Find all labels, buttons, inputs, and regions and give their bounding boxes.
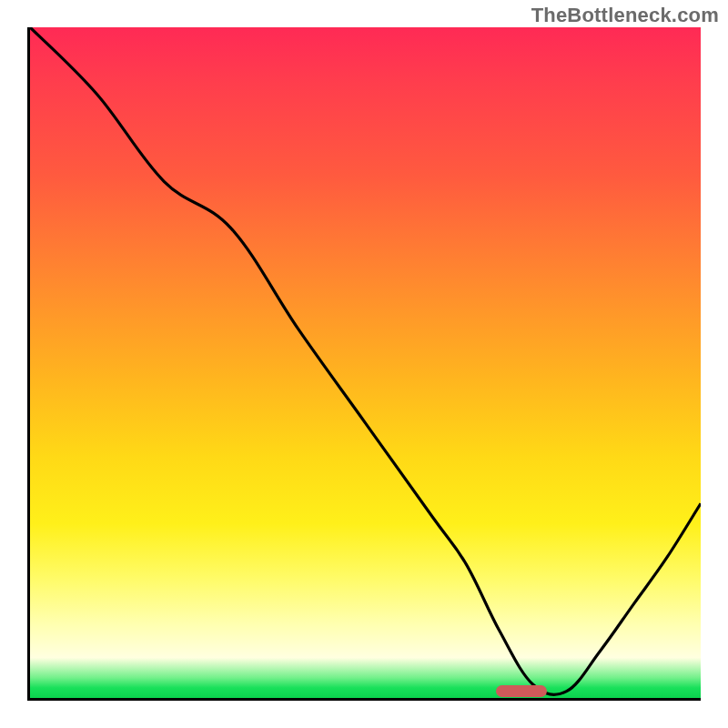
watermark-text: TheBottleneck.com [531,4,719,27]
plot-area [27,27,701,701]
optimal-point-marker [496,685,547,697]
curve-layer [30,27,701,698]
bottleneck-curve [30,27,701,694]
chart-container: TheBottleneck.com [0,0,728,728]
